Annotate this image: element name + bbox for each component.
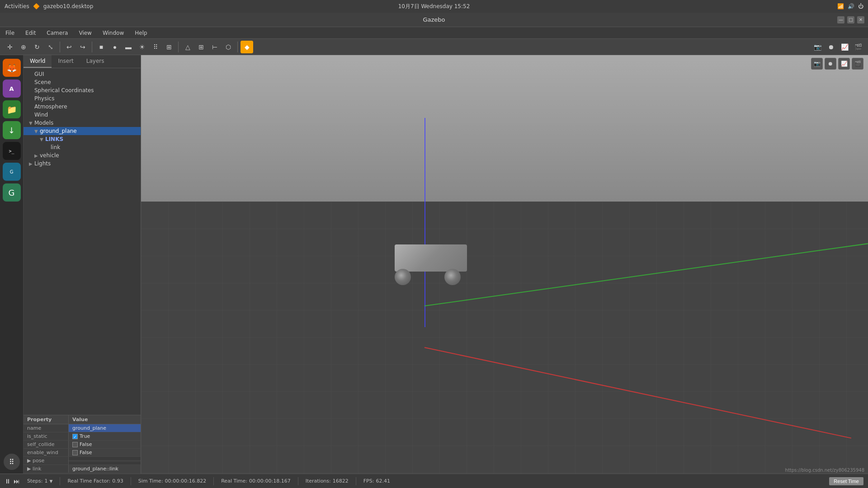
axis-z <box>425 118 425 327</box>
selfcollide-checkbox[interactable] <box>72 442 78 447</box>
models-arrow: ▼ <box>29 121 34 126</box>
dock-terminal[interactable]: >_ <box>3 142 21 160</box>
tree-lights[interactable]: ▶ Lights <box>24 160 141 168</box>
status-sep-1 <box>60 477 60 485</box>
dock-files[interactable]: 📁 <box>3 100 21 118</box>
menu-bar: File Edit Camera View Window Help <box>0 27 868 39</box>
tool-camera-ortho[interactable]: 📷 <box>811 41 824 53</box>
realtime-item: Real Time: 00:00:00:18.167 <box>221 478 290 484</box>
menu-view[interactable]: View <box>77 29 93 37</box>
minimize-button[interactable]: — <box>837 16 844 23</box>
step-button[interactable]: ⏭ <box>14 478 20 485</box>
menu-edit[interactable]: Edit <box>24 29 38 37</box>
panel-tabs: World Insert Layers <box>24 55 141 68</box>
menu-file[interactable]: File <box>4 29 16 37</box>
tree-link[interactable]: link <box>24 143 141 151</box>
tree-wind[interactable]: Wind <box>24 111 141 119</box>
menu-window[interactable]: Window <box>101 29 126 37</box>
prop-col-property: Property <box>24 415 69 424</box>
show-apps-button[interactable]: ⠿ <box>4 454 20 470</box>
prop-isstatic-value[interactable]: ✓True <box>69 432 141 440</box>
dock-software[interactable]: ↓ <box>3 121 21 139</box>
tool-align[interactable]: ⊞ <box>195 41 208 53</box>
tool-light[interactable]: ☀ <box>136 41 148 53</box>
enablewind-checkbox[interactable] <box>72 450 78 455</box>
dock-appstore[interactable]: A <box>3 80 21 98</box>
prop-link-row: ▶ link ground_plane::link <box>24 465 141 473</box>
prop-name-value[interactable]: ground_plane <box>69 424 141 432</box>
dock-firefox[interactable]: 🦊 <box>3 59 21 77</box>
tree-ground-plane[interactable]: ▼ ground_plane <box>24 127 141 135</box>
viewport-canvas: 📷 ⏺ 📈 🎬 https://blog.csdn.net/zy80623594… <box>141 55 868 474</box>
tool-model-editor[interactable]: ⬡ <box>222 41 235 53</box>
app-name[interactable]: gazebo10.desktop <box>43 3 94 9</box>
iterations-value: 16822 <box>333 478 349 484</box>
pause-button[interactable]: ⏸ <box>5 478 11 485</box>
url-bar[interactable]: https://blog.csdn.net/zy806235948 <box>782 467 868 474</box>
close-button[interactable]: ✕ <box>857 16 864 23</box>
menu-camera[interactable]: Camera <box>45 29 70 37</box>
pose-expand-arrow[interactable]: ▶ <box>27 458 33 464</box>
vehicle-body <box>395 244 467 272</box>
tree-vehicle[interactable]: ▶ vehicle <box>24 151 141 160</box>
tool-sphere[interactable]: ● <box>108 41 121 53</box>
vp-tool-record[interactable]: ⏺ <box>825 58 836 70</box>
system-bar-datetime[interactable]: 10月7日 Wednesday 15:52 <box>398 3 470 10</box>
left-panel: World Insert Layers GUI Scene Spherical … <box>24 55 141 474</box>
tree-spherical-coords[interactable]: Spherical Coordinates <box>24 86 141 94</box>
tool-undo[interactable]: ↩ <box>63 41 75 53</box>
activities-label[interactable]: Activities <box>5 3 29 9</box>
tree-physics[interactable]: Physics <box>24 94 141 103</box>
tree-models[interactable]: ▼ Models <box>24 119 141 127</box>
tab-world[interactable]: World <box>24 55 52 68</box>
tool-redo[interactable]: ↪ <box>76 41 89 53</box>
iterations-label: Iterations: <box>306 478 331 484</box>
tool-grid[interactable]: ⊞ <box>163 41 175 53</box>
tool-pointcloud[interactable]: ⠿ <box>149 41 162 53</box>
tool-highlight[interactable]: ◆ <box>241 41 253 53</box>
power-icon[interactable]: ⏻ <box>858 3 863 9</box>
steps-value[interactable]: 1 <box>44 478 47 484</box>
tool-cylinder[interactable]: ▬ <box>122 41 135 53</box>
tool-video[interactable]: 🎬 <box>852 41 864 53</box>
vehicle-label: vehicle <box>40 152 137 159</box>
dock-gazebo1[interactable]: G <box>3 163 21 181</box>
reset-time-button[interactable]: Reset Time <box>829 477 863 485</box>
tool-plot[interactable]: 📈 <box>838 41 851 53</box>
tool-box[interactable]: ■ <box>95 41 108 53</box>
menu-help[interactable]: Help <box>133 29 149 37</box>
play-controls: ⏸ ⏭ <box>5 478 20 485</box>
viewport[interactable]: 📷 ⏺ 📈 🎬 https://blog.csdn.net/zy80623594… <box>141 55 868 474</box>
tree-links[interactable]: ▼ LINKS <box>24 135 141 143</box>
prop-selfcollide-value[interactable]: False <box>69 441 141 448</box>
tree-gui[interactable]: GUI <box>24 70 141 78</box>
tree-scene[interactable]: Scene <box>24 78 141 86</box>
tab-layers[interactable]: Layers <box>80 55 111 68</box>
tree-atmosphere[interactable]: Atmosphere <box>24 103 141 111</box>
prop-enablewind-value[interactable]: False <box>69 449 141 456</box>
ground-plane-label: ground_plane <box>40 128 137 134</box>
prop-pose-label: ▶ pose <box>24 457 69 465</box>
tab-insert[interactable]: Insert <box>52 55 80 68</box>
links-arrow: ▼ <box>40 137 45 142</box>
tool-snap[interactable]: △ <box>181 41 194 53</box>
vp-tool-video[interactable]: 🎬 <box>852 58 863 70</box>
vp-tool-camera[interactable]: 📷 <box>811 58 823 70</box>
tool-scale[interactable]: ⤡ <box>44 41 57 53</box>
simtime-value: 00:00:00:16.822 <box>165 478 207 484</box>
link-expand-arrow[interactable]: ▶ <box>27 466 33 472</box>
steps-dropdown[interactable]: ▼ <box>49 479 52 483</box>
window-title: Gazebo <box>423 16 445 23</box>
tool-joint[interactable]: ⊢ <box>208 41 221 53</box>
tool-rotate[interactable]: ↻ <box>31 41 43 53</box>
tool-record[interactable]: ⏺ <box>825 41 837 53</box>
isstatic-checkbox[interactable]: ✓ <box>72 434 78 439</box>
dock-gazebo2[interactable]: G <box>3 183 21 202</box>
tool-select[interactable]: ✛ <box>4 41 16 53</box>
status-sep-3 <box>213 477 214 485</box>
volume-icon[interactable]: 🔊 <box>848 3 854 9</box>
vp-tool-plot[interactable]: 📈 <box>838 58 850 70</box>
maximize-button[interactable]: □ <box>847 16 854 23</box>
tool-translate[interactable]: ⊕ <box>17 41 30 53</box>
scene-label: Scene <box>34 79 137 85</box>
